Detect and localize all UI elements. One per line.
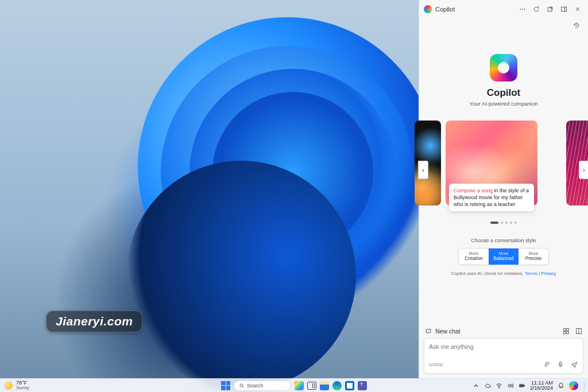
style-balanced-button[interactable]: MoreBalanced bbox=[489, 249, 519, 265]
taskbar-date: 2/16/2024 bbox=[530, 386, 553, 391]
disclaimer: Copilot uses AI, check for mistakes. Ter… bbox=[419, 271, 588, 276]
attach-button[interactable] bbox=[543, 360, 551, 368]
taskbar-app-store[interactable] bbox=[345, 381, 354, 390]
privacy-link[interactable]: Privacy bbox=[541, 271, 556, 276]
svg-line-15 bbox=[242, 386, 244, 388]
taskbar-copilot-button[interactable] bbox=[569, 381, 578, 390]
carousel-dot-active[interactable] bbox=[490, 222, 498, 224]
copilot-bottom: New chat Ask me anything 0/2000 bbox=[419, 321, 588, 378]
conversation-style: Choose a conversation style MoreCreative… bbox=[419, 238, 588, 276]
taskbar: 78°F Sunny Search 11:11 AM 2/16/2024 bbox=[0, 378, 588, 392]
svg-rect-6 bbox=[564, 329, 566, 331]
carousel-dot[interactable] bbox=[505, 222, 508, 224]
history-row bbox=[419, 18, 588, 31]
terms-link[interactable]: Terms bbox=[525, 271, 537, 276]
char-count: 0/2000 bbox=[429, 362, 443, 367]
style-precise-button[interactable]: MorePrecise bbox=[519, 249, 548, 265]
new-chat-row: New chat bbox=[425, 328, 582, 335]
search-icon bbox=[239, 383, 245, 389]
volume-icon[interactable] bbox=[507, 382, 514, 389]
svg-rect-9 bbox=[567, 332, 569, 334]
taskbar-taskview[interactable] bbox=[307, 382, 316, 390]
copilot-panel: Copilot Copilot Your AI-powered companio… bbox=[419, 0, 588, 378]
taskbar-center: Search bbox=[221, 381, 367, 391]
panel-view-icon[interactable] bbox=[575, 328, 582, 335]
copilot-hero-logo-icon bbox=[490, 54, 517, 81]
svg-point-2 bbox=[524, 9, 525, 10]
notifications-icon[interactable] bbox=[558, 382, 564, 389]
copilot-titlebar: Copilot bbox=[419, 0, 588, 18]
watermark-badge: Jianeryi.com bbox=[46, 311, 142, 332]
svg-rect-4 bbox=[562, 7, 567, 11]
taskbar-clock[interactable]: 11:11 AM 2/16/2024 bbox=[530, 381, 553, 391]
more-options-button[interactable] bbox=[517, 3, 528, 15]
close-button[interactable] bbox=[572, 3, 583, 15]
svg-rect-8 bbox=[564, 332, 566, 334]
taskbar-app-explorer[interactable] bbox=[320, 381, 329, 390]
carousel-next-button[interactable]: › bbox=[579, 161, 588, 179]
taskbar-search[interactable]: Search bbox=[234, 381, 291, 391]
open-external-button[interactable] bbox=[544, 3, 556, 15]
taskbar-weather[interactable]: 78°F Sunny bbox=[0, 381, 29, 390]
taskbar-tray: 11:11 AM 2/16/2024 bbox=[473, 381, 588, 391]
onedrive-icon[interactable] bbox=[484, 382, 491, 389]
suggestion-caption[interactable]: Compose a song in the style of a Bollywo… bbox=[449, 184, 534, 211]
battery-icon[interactable] bbox=[519, 382, 525, 389]
carousel-dot[interactable] bbox=[501, 222, 503, 224]
taskbar-divider bbox=[584, 382, 585, 390]
copilot-hero-subtitle: Your AI-powered companion bbox=[425, 100, 582, 107]
suggestion-carousel: Compose a song in the style of a Bollywo… bbox=[419, 121, 588, 224]
send-button[interactable] bbox=[570, 360, 578, 368]
desktop-wallpaper: Jianeryi.com bbox=[0, 0, 419, 378]
style-label: Choose a conversation style bbox=[419, 238, 588, 243]
search-label: Search bbox=[247, 383, 264, 389]
copilot-logo-icon bbox=[424, 5, 432, 13]
svg-point-14 bbox=[240, 383, 243, 386]
refresh-button[interactable] bbox=[531, 3, 542, 15]
history-button[interactable] bbox=[571, 20, 582, 31]
new-chat-label[interactable]: New chat bbox=[435, 328, 461, 335]
style-creative-button[interactable]: MoreCreative bbox=[459, 249, 489, 265]
svg-point-0 bbox=[520, 9, 521, 10]
grid-view-icon[interactable] bbox=[563, 328, 570, 335]
start-button[interactable] bbox=[221, 381, 230, 390]
carousel-prev-button[interactable]: ‹ bbox=[418, 161, 428, 179]
taskbar-app-edge[interactable] bbox=[332, 381, 342, 390]
svg-rect-19 bbox=[520, 385, 523, 386]
tray-chevron-icon[interactable] bbox=[473, 382, 479, 389]
svg-rect-18 bbox=[524, 385, 524, 386]
chat-input[interactable]: Ask me anything 0/2000 bbox=[424, 338, 583, 374]
new-chat-icon bbox=[425, 328, 432, 335]
taskbar-app-widgets[interactable] bbox=[295, 381, 304, 390]
carousel-dot[interactable] bbox=[510, 222, 512, 224]
copilot-hero-title: Copilot bbox=[425, 87, 582, 99]
copilot-hero: Copilot Your AI-powered companion bbox=[419, 31, 588, 117]
dock-button[interactable] bbox=[558, 3, 570, 15]
chat-placeholder: Ask me anything bbox=[429, 343, 578, 350]
svg-point-16 bbox=[498, 387, 499, 388]
svg-point-1 bbox=[522, 9, 523, 10]
wallpaper-rose bbox=[92, 0, 436, 379]
carousel-dot[interactable] bbox=[514, 222, 517, 224]
taskbar-app-teams[interactable] bbox=[358, 381, 367, 390]
wifi-icon[interactable] bbox=[496, 382, 502, 389]
suggestion-highlight: Compose a song bbox=[454, 188, 493, 193]
copilot-title: Copilot bbox=[435, 6, 455, 13]
svg-rect-7 bbox=[567, 329, 569, 331]
svg-rect-12 bbox=[560, 362, 562, 365]
mic-button[interactable] bbox=[556, 360, 564, 368]
carousel-dots bbox=[419, 222, 588, 224]
weather-cond: Sunny bbox=[16, 386, 29, 390]
weather-sun-icon bbox=[5, 382, 13, 390]
style-segmented-control: MoreCreative MoreBalanced MorePrecise bbox=[458, 248, 549, 265]
